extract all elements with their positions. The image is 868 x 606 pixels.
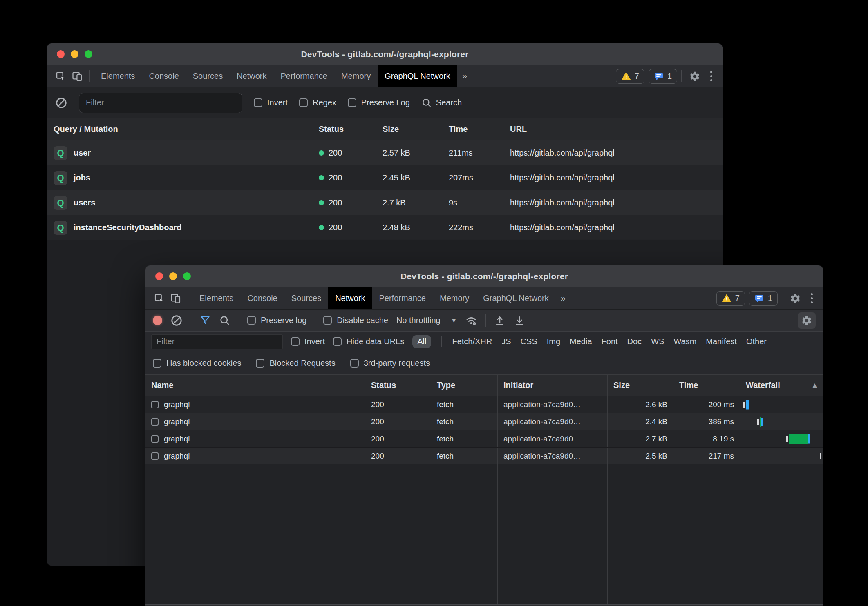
column-header-status[interactable]: Status: [312, 118, 376, 140]
column-header-status[interactable]: Status: [365, 375, 431, 396]
tab-sources[interactable]: Sources: [284, 287, 328, 309]
preserve-log-checkbox[interactable]: Preserve Log: [348, 98, 410, 107]
inspect-element-icon[interactable]: [53, 65, 69, 87]
clear-icon[interactable]: [55, 97, 67, 109]
type-filter-ws[interactable]: WS: [651, 337, 664, 346]
zoom-window-button[interactable]: [85, 50, 92, 58]
messages-badge[interactable]: 1: [749, 291, 778, 306]
minimize-window-button[interactable]: [169, 272, 177, 280]
filter-input[interactable]: [151, 334, 283, 349]
close-window-button[interactable]: [155, 272, 163, 280]
type-filter-other[interactable]: Other: [746, 337, 767, 346]
type-filter-css[interactable]: CSS: [521, 337, 537, 346]
column-header-time[interactable]: Time: [442, 118, 503, 140]
settings-gear-icon[interactable]: [786, 287, 804, 309]
tab-network[interactable]: Network: [230, 65, 273, 87]
initiator-link[interactable]: application-a7ca9d0…: [503, 434, 581, 443]
network-conditions-icon[interactable]: [465, 314, 477, 327]
blocked-requests-checkbox[interactable]: Blocked Requests: [256, 359, 335, 368]
tab-memory[interactable]: Memory: [334, 65, 378, 87]
regex-checkbox[interactable]: Regex: [299, 98, 336, 107]
messages-badge[interactable]: 1: [649, 69, 677, 84]
table-row[interactable]: graphql 200 fetch application-a7ca9d0… 2…: [145, 430, 823, 448]
third-party-requests-checkbox[interactable]: 3rd-party requests: [350, 359, 430, 368]
menu-kebab-icon[interactable]: [704, 65, 718, 87]
zoom-window-button[interactable]: [183, 272, 191, 280]
tab-network[interactable]: Network: [328, 287, 372, 309]
row-checkbox[interactable]: [151, 401, 159, 408]
invert-checkbox[interactable]: Invert: [254, 98, 288, 107]
type-filter-media[interactable]: Media: [570, 337, 592, 346]
table-row[interactable]: graphql 200 fetch application-a7ca9d0… 2…: [145, 413, 823, 430]
type-filter-img[interactable]: Img: [547, 337, 560, 346]
column-header-type[interactable]: Type: [431, 375, 498, 396]
initiator-link[interactable]: application-a7ca9d0…: [503, 400, 581, 409]
column-header-query-mutation[interactable]: Query / Mutation: [47, 118, 312, 140]
tab-elements[interactable]: Elements: [192, 287, 240, 309]
tab-console[interactable]: Console: [142, 65, 186, 87]
search-button[interactable]: Search: [421, 98, 462, 108]
throttling-dropdown[interactable]: No throttling ▼: [396, 316, 457, 325]
filter-input[interactable]: [79, 93, 242, 113]
tab-sources[interactable]: Sources: [186, 65, 230, 87]
more-tabs-chevron-icon[interactable]: »: [457, 65, 472, 87]
type-filter-fetch-xhr[interactable]: Fetch/XHR: [452, 337, 492, 346]
table-row[interactable]: QinstanceSecurityDashboard 200 2.48 kB 2…: [47, 215, 723, 240]
has-blocked-cookies-checkbox[interactable]: Has blocked cookies: [153, 359, 241, 368]
type-filter-manifest[interactable]: Manifest: [706, 337, 737, 346]
column-header-url[interactable]: URL: [503, 118, 723, 140]
table-row[interactable]: graphql 200 fetch application-a7ca9d0… 2…: [145, 448, 823, 465]
divider: [681, 70, 682, 82]
preserve-log-checkbox[interactable]: Preserve log: [247, 316, 306, 325]
column-header-size[interactable]: Size: [608, 375, 673, 396]
clear-icon[interactable]: [170, 314, 183, 327]
network-settings-gear-icon[interactable]: [798, 312, 816, 329]
menu-kebab-icon[interactable]: [804, 287, 819, 309]
device-toolbar-icon[interactable]: [168, 287, 184, 309]
device-toolbar-icon[interactable]: [69, 65, 85, 87]
filter-funnel-icon[interactable]: [199, 315, 211, 326]
tab-console[interactable]: Console: [240, 287, 284, 309]
column-header-waterfall[interactable]: Waterfall ▲: [740, 375, 823, 396]
tab-elements[interactable]: Elements: [94, 65, 142, 87]
close-window-button[interactable]: [57, 50, 65, 58]
minimize-window-button[interactable]: [71, 50, 78, 58]
disable-cache-checkbox[interactable]: Disable cache: [323, 316, 388, 325]
inspect-element-icon[interactable]: [151, 287, 168, 309]
column-header-size[interactable]: Size: [376, 118, 442, 140]
import-har-icon[interactable]: [494, 315, 506, 326]
initiator-link[interactable]: application-a7ca9d0…: [503, 452, 581, 461]
column-header-name[interactable]: Name: [145, 375, 365, 396]
type-filter-all[interactable]: All: [412, 335, 431, 348]
tab-memory[interactable]: Memory: [433, 287, 476, 309]
table-row[interactable]: graphql 200 fetch application-a7ca9d0… 2…: [145, 396, 823, 413]
row-checkbox[interactable]: [151, 418, 159, 426]
type-filter-wasm[interactable]: Wasm: [673, 337, 696, 346]
column-header-time[interactable]: Time: [673, 375, 740, 396]
initiator-link[interactable]: application-a7ca9d0…: [503, 417, 581, 426]
column-header-initiator[interactable]: Initiator: [498, 375, 608, 396]
tab-performance[interactable]: Performance: [274, 65, 335, 87]
tab-performance[interactable]: Performance: [372, 287, 433, 309]
query-name: instanceSecurityDashboard: [74, 223, 182, 232]
type-filter-js[interactable]: JS: [501, 337, 511, 346]
table-row[interactable]: Quser 200 2.57 kB 211ms https://gitlab.c…: [47, 140, 723, 165]
invert-checkbox[interactable]: Invert: [291, 337, 325, 346]
record-network-log-button[interactable]: [153, 316, 162, 325]
row-checkbox[interactable]: [151, 435, 159, 443]
table-row[interactable]: Qjobs 200 2.45 kB 207ms https://gitlab.c…: [47, 165, 723, 190]
type-filter-font[interactable]: Font: [602, 337, 618, 346]
settings-gear-icon[interactable]: [686, 65, 704, 87]
more-tabs-chevron-icon[interactable]: »: [556, 287, 570, 309]
hide-data-urls-checkbox[interactable]: Hide data URLs: [333, 337, 404, 346]
warnings-badge[interactable]: 7: [616, 69, 644, 84]
export-har-icon[interactable]: [514, 315, 525, 326]
query-badge: Q: [54, 196, 67, 210]
warnings-badge[interactable]: 7: [716, 291, 745, 306]
tab-graphql-network[interactable]: GraphQL Network: [378, 65, 457, 87]
row-checkbox[interactable]: [151, 452, 159, 460]
tab-graphql-network[interactable]: GraphQL Network: [476, 287, 555, 309]
type-filter-doc[interactable]: Doc: [627, 337, 642, 346]
search-icon[interactable]: [219, 315, 230, 326]
table-row[interactable]: Qusers 200 2.7 kB 9s https://gitlab.com/…: [47, 190, 723, 215]
